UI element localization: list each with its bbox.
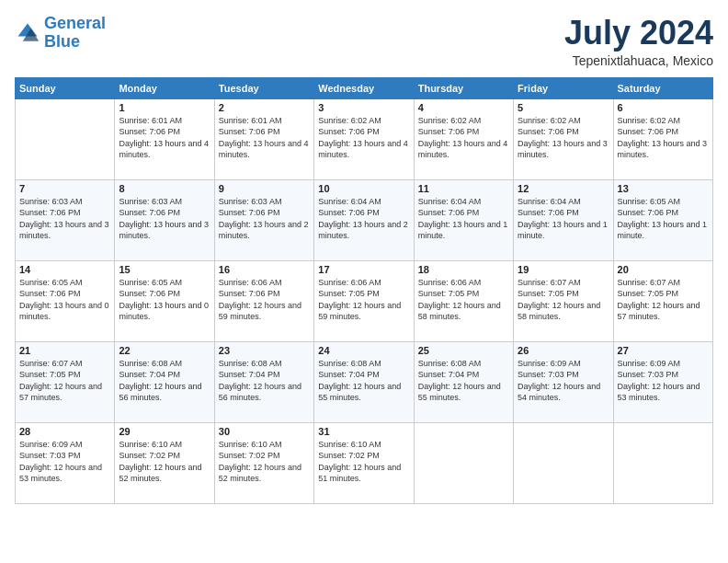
day-number: 14 [19,264,110,275]
col-sunday: Sunday [16,77,115,98]
table-row: 8 Sunrise: 6:03 AMSunset: 7:06 PMDayligh… [115,179,214,260]
table-row: 2 Sunrise: 6:01 AMSunset: 7:06 PMDayligh… [214,98,313,179]
title-block: July 2024 Tepenixtlahuaca, Mexico [564,15,713,68]
day-number: 23 [219,345,310,356]
table-row: 28 Sunrise: 6:09 AMSunset: 7:03 PMDaylig… [16,422,115,503]
day-info: Sunrise: 6:06 AMSunset: 7:06 PMDaylight:… [219,277,310,323]
table-row: 22 Sunrise: 6:08 AMSunset: 7:04 PMDaylig… [115,341,214,422]
day-number: 26 [518,345,609,356]
table-row: 6 Sunrise: 6:02 AMSunset: 7:06 PMDayligh… [613,98,712,179]
day-info: Sunrise: 6:03 AMSunset: 7:06 PMDaylight:… [119,196,210,242]
calendar-week-4: 21 Sunrise: 6:07 AMSunset: 7:05 PMDaylig… [16,341,713,422]
day-info: Sunrise: 6:05 AMSunset: 7:06 PMDaylight:… [618,196,709,242]
table-row: 5 Sunrise: 6:02 AMSunset: 7:06 PMDayligh… [514,98,613,179]
col-tuesday: Tuesday [214,77,313,98]
day-info: Sunrise: 6:02 AMSunset: 7:06 PMDaylight:… [318,115,409,161]
day-info: Sunrise: 6:08 AMSunset: 7:04 PMDaylight:… [219,358,310,404]
table-row: 24 Sunrise: 6:08 AMSunset: 7:04 PMDaylig… [314,341,414,422]
day-number: 11 [418,183,509,194]
day-info: Sunrise: 6:04 AMSunset: 7:06 PMDaylight:… [418,196,509,242]
table-row: 23 Sunrise: 6:08 AMSunset: 7:04 PMDaylig… [214,341,313,422]
page: General Blue July 2024 Tepenixtlahuaca, … [0,0,728,563]
day-info: Sunrise: 6:10 AMSunset: 7:02 PMDaylight:… [318,439,409,485]
day-number: 16 [219,264,310,275]
day-info: Sunrise: 6:06 AMSunset: 7:05 PMDaylight:… [318,277,409,323]
day-number: 2 [219,102,310,113]
day-number: 15 [119,264,210,275]
day-number: 22 [119,345,210,356]
table-row: 19 Sunrise: 6:07 AMSunset: 7:05 PMDaylig… [514,260,613,341]
day-number: 27 [618,345,709,356]
day-number: 25 [418,345,509,356]
day-info: Sunrise: 6:02 AMSunset: 7:06 PMDaylight:… [618,115,709,161]
col-saturday: Saturday [613,77,712,98]
col-wednesday: Wednesday [314,77,414,98]
day-info: Sunrise: 6:07 AMSunset: 7:05 PMDaylight:… [618,277,709,323]
header: General Blue July 2024 Tepenixtlahuaca, … [15,15,713,68]
day-number: 18 [418,264,509,275]
day-number: 3 [318,102,409,113]
table-row: 30 Sunrise: 6:10 AMSunset: 7:02 PMDaylig… [214,422,313,503]
day-info: Sunrise: 6:08 AMSunset: 7:04 PMDaylight:… [119,358,210,404]
day-number: 5 [518,102,609,113]
calendar-week-3: 14 Sunrise: 6:05 AMSunset: 7:06 PMDaylig… [16,260,713,341]
table-row: 11 Sunrise: 6:04 AMSunset: 7:06 PMDaylig… [414,179,513,260]
table-row: 21 Sunrise: 6:07 AMSunset: 7:05 PMDaylig… [16,341,115,422]
day-info: Sunrise: 6:09 AMSunset: 7:03 PMDaylight:… [618,358,709,404]
day-info: Sunrise: 6:01 AMSunset: 7:06 PMDaylight:… [219,115,310,161]
logo-text: General Blue [44,15,106,52]
day-number: 28 [19,426,110,437]
day-number: 24 [318,345,409,356]
day-info: Sunrise: 6:10 AMSunset: 7:02 PMDaylight:… [219,439,310,485]
day-number: 9 [219,183,310,194]
day-number: 8 [119,183,210,194]
day-number: 31 [318,426,409,437]
day-info: Sunrise: 6:08 AMSunset: 7:04 PMDaylight:… [318,358,409,404]
table-row: 14 Sunrise: 6:05 AMSunset: 7:06 PMDaylig… [16,260,115,341]
table-row [613,422,712,503]
table-row: 27 Sunrise: 6:09 AMSunset: 7:03 PMDaylig… [613,341,712,422]
day-info: Sunrise: 6:01 AMSunset: 7:06 PMDaylight:… [119,115,210,161]
table-row: 3 Sunrise: 6:02 AMSunset: 7:06 PMDayligh… [314,98,414,179]
table-row: 29 Sunrise: 6:10 AMSunset: 7:02 PMDaylig… [115,422,214,503]
day-info: Sunrise: 6:03 AMSunset: 7:06 PMDaylight:… [19,196,110,242]
day-number: 1 [119,102,210,113]
table-row: 17 Sunrise: 6:06 AMSunset: 7:05 PMDaylig… [314,260,414,341]
col-monday: Monday [115,77,214,98]
title-month: July 2024 [564,15,713,52]
table-row [514,422,613,503]
calendar-table: Sunday Monday Tuesday Wednesday Thursday… [15,77,713,504]
calendar-week-1: 1 Sunrise: 6:01 AMSunset: 7:06 PMDayligh… [16,98,713,179]
day-number: 17 [318,264,409,275]
calendar-week-5: 28 Sunrise: 6:09 AMSunset: 7:03 PMDaylig… [16,422,713,503]
day-number: 30 [219,426,310,437]
day-number: 19 [518,264,609,275]
day-info: Sunrise: 6:06 AMSunset: 7:05 PMDaylight:… [418,277,509,323]
day-number: 7 [19,183,110,194]
day-info: Sunrise: 6:02 AMSunset: 7:06 PMDaylight:… [518,115,609,161]
day-number: 29 [119,426,210,437]
table-row: 25 Sunrise: 6:08 AMSunset: 7:04 PMDaylig… [414,341,513,422]
table-row: 18 Sunrise: 6:06 AMSunset: 7:05 PMDaylig… [414,260,513,341]
table-row: 15 Sunrise: 6:05 AMSunset: 7:06 PMDaylig… [115,260,214,341]
day-info: Sunrise: 6:05 AMSunset: 7:06 PMDaylight:… [19,277,110,323]
title-location: Tepenixtlahuaca, Mexico [564,53,713,68]
day-info: Sunrise: 6:02 AMSunset: 7:06 PMDaylight:… [418,115,509,161]
day-number: 4 [418,102,509,113]
table-row: 26 Sunrise: 6:09 AMSunset: 7:03 PMDaylig… [514,341,613,422]
table-row [414,422,513,503]
logo: General Blue [15,15,106,52]
table-row: 4 Sunrise: 6:02 AMSunset: 7:06 PMDayligh… [414,98,513,179]
day-info: Sunrise: 6:07 AMSunset: 7:05 PMDaylight:… [518,277,609,323]
day-number: 13 [618,183,709,194]
table-row [16,98,115,179]
day-info: Sunrise: 6:08 AMSunset: 7:04 PMDaylight:… [418,358,509,404]
table-row: 13 Sunrise: 6:05 AMSunset: 7:06 PMDaylig… [613,179,712,260]
day-info: Sunrise: 6:09 AMSunset: 7:03 PMDaylight:… [19,439,110,485]
day-info: Sunrise: 6:09 AMSunset: 7:03 PMDaylight:… [518,358,609,404]
table-row: 9 Sunrise: 6:03 AMSunset: 7:06 PMDayligh… [214,179,313,260]
table-row: 20 Sunrise: 6:07 AMSunset: 7:05 PMDaylig… [613,260,712,341]
calendar-header-row: Sunday Monday Tuesday Wednesday Thursday… [16,77,713,98]
table-row: 12 Sunrise: 6:04 AMSunset: 7:06 PMDaylig… [514,179,613,260]
table-row: 10 Sunrise: 6:04 AMSunset: 7:06 PMDaylig… [314,179,414,260]
